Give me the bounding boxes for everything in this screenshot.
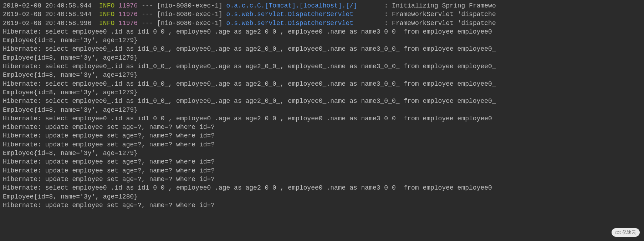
log-thread: [nio-8080-exec-1] — [157, 11, 223, 18]
log-line-hibernate: Hibernate: update employee set age=?, na… — [3, 166, 641, 175]
log-thread: [nio-8080-exec-1] — [157, 20, 223, 27]
log-level: INFO — [99, 2, 114, 9]
watermark-badge: 亿速云 — [612, 228, 640, 237]
log-timestamp: 2019-02-08 20:40:58.944 — [3, 2, 91, 9]
log-level: INFO — [99, 20, 114, 27]
log-line-spring: 2019-02-08 20:40:58.944 INFO 11976 --- [… — [3, 1, 641, 10]
log-line-hibernate: Hibernate: select employee0_.id as id1_0… — [3, 27, 641, 36]
watermark-text: 亿速云 — [622, 229, 636, 236]
log-line-spring: 2019-02-08 20:40:58.996 INFO 11976 --- [… — [3, 19, 641, 27]
log-timestamp: 2019-02-08 20:40:58.944 — [3, 11, 91, 18]
log-line-entity: Employee{id=8, name='3y', age=1279} — [3, 106, 641, 114]
log-line-entity: Employee{id=8, name='3y', age=1280} — [3, 192, 641, 201]
log-line-hibernate: Hibernate: select employee0_.id as id1_0… — [3, 80, 641, 88]
log-line-hibernate: Hibernate: update employee set age=?, na… — [3, 140, 641, 149]
log-separator: --- — [142, 20, 153, 27]
log-message: : FrameworkServlet 'dispatche — [380, 11, 496, 18]
log-line-entity: Employee{id=8, name='3y', age=1279} — [3, 149, 641, 157]
log-message: : FrameworkServlet 'dispatche — [380, 20, 496, 27]
log-line-hibernate: Hibernate: select employee0_.id as id1_0… — [3, 184, 641, 192]
log-line-hibernate: Hibernate: select employee0_.id as id1_0… — [3, 45, 641, 53]
log-timestamp: 2019-02-08 20:40:58.996 — [3, 20, 91, 27]
log-line-spring: 2019-02-08 20:40:58.944 INFO 11976 --- [… — [3, 10, 641, 19]
log-line-entity: Employee{id=8, name='3y', age=1279} — [3, 88, 641, 97]
log-line-entity: Employee{id=8, name='3y', age=1279} — [3, 71, 641, 79]
log-thread: [nio-8080-exec-1] — [157, 2, 223, 9]
log-pid: 11976 — [118, 11, 138, 18]
log-line-hibernate: Hibernate: update employee set age=?, na… — [3, 201, 641, 210]
console-output[interactable]: 2019-02-08 20:40:58.944 INFO 11976 --- [… — [3, 1, 641, 210]
log-line-hibernate: Hibernate: update employee set age=?, na… — [3, 175, 641, 184]
log-line-hibernate: Hibernate: select employee0_.id as id1_0… — [3, 97, 641, 105]
log-pid: 11976 — [118, 2, 138, 9]
log-logger: o.s.web.servlet.DispatcherServlet — [226, 11, 380, 18]
log-separator: --- — [142, 2, 153, 9]
log-line-entity: Employee{id=8, name='3y', age=1279} — [3, 54, 641, 62]
cloud-icon — [615, 231, 621, 234]
log-line-hibernate: Hibernate: select employee0_.id as id1_0… — [3, 62, 641, 71]
log-line-hibernate: Hibernate: update employee set age=?, na… — [3, 131, 641, 140]
log-message: : Initializing Spring Framewo — [380, 2, 496, 9]
log-logger: o.s.web.servlet.DispatcherServlet — [226, 20, 380, 27]
log-pid: 11976 — [118, 20, 138, 27]
log-line-entity: Employee{id=8, name='3y', age=1279} — [3, 36, 641, 45]
log-line-hibernate: Hibernate: update employee set age=?, na… — [3, 123, 641, 131]
log-line-hibernate: Hibernate: update employee set age=?, na… — [3, 157, 641, 166]
log-level: INFO — [99, 11, 114, 18]
log-logger: o.a.c.c.C.[Tomcat].[localhost].[/] — [226, 2, 380, 9]
log-line-hibernate: Hibernate: select employee0_.id as id1_0… — [3, 114, 641, 123]
log-separator: --- — [142, 11, 153, 18]
